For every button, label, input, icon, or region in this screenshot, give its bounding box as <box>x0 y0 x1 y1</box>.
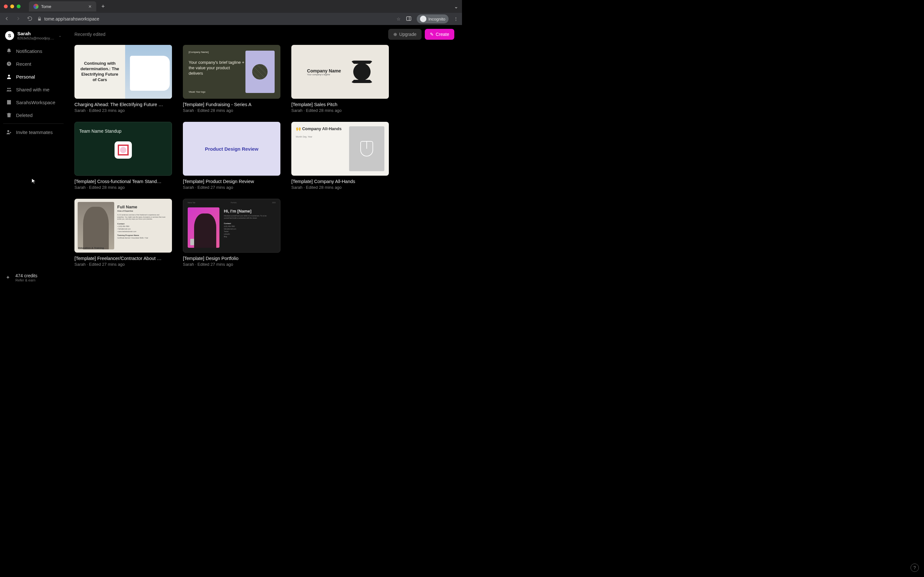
thumb-intro: Introduce yourself and your skills in 2-… <box>224 215 272 219</box>
browser-url-bar: tome.app/sarahsworkspace ☆ ◎ Incognito ⋮ <box>0 13 462 25</box>
thumb-visual-note: Visual: Your logo <box>189 91 246 93</box>
browser-menu-icon[interactable]: ⋮ <box>454 16 458 21</box>
maximize-window-button[interactable] <box>17 5 21 8</box>
close-window-button[interactable] <box>4 5 8 8</box>
tome-thumbnail: 🙌 Company All-Hands Month Day, Year <box>291 122 389 176</box>
tome-thumbnail: Full Name Area of Expertise A 2-3 senten… <box>74 199 172 253</box>
thumb-linkedin: LinkedIn <box>224 233 272 235</box>
section-title: Recently edited <box>74 32 105 37</box>
tome-title: [Template] Fundraising - Series A <box>183 102 280 107</box>
bookmark-icon[interactable]: ☆ <box>397 16 401 21</box>
thumb-twitter: Twitter <box>224 230 272 233</box>
tabs-dropdown-icon[interactable]: ⌄ <box>454 3 458 10</box>
tome-card[interactable]: Name TitlePortfolio2023 Hi, I'm [Name] I… <box>183 199 280 267</box>
tome-thumbnail: [Company Name] Your company's brief tagl… <box>183 45 280 99</box>
thumb-company: [Company Name] <box>189 51 246 53</box>
tome-title: [Template] Product Design Review <box>183 179 280 184</box>
incognito-badge[interactable]: ◎ Incognito <box>417 15 449 23</box>
svg-point-4 <box>7 88 9 89</box>
chevron-down-icon: ⌄ <box>58 33 61 38</box>
panel-icon[interactable] <box>406 16 412 23</box>
sidebar-item-label: SarahsWorkspace <box>16 100 55 105</box>
thumb-area: Area of Expertise <box>118 210 166 212</box>
thumb-name: Full Name <box>118 205 166 210</box>
svg-point-6 <box>7 130 9 132</box>
incognito-icon: ◎ <box>420 16 426 22</box>
create-icon: ✎ <box>430 32 434 37</box>
sidebar-item-label: Notifications <box>16 48 42 54</box>
thumb-tagline: Your company's tagline <box>307 73 341 76</box>
thumb-team-name: Team Name Standup <box>79 129 167 134</box>
back-button[interactable] <box>4 16 10 23</box>
thumb-body: A 2-3 sentence overview of the freelance… <box>118 214 166 220</box>
thumb-date: Month Day, Year <box>296 135 349 138</box>
building-icon <box>6 99 12 105</box>
thumb-email: • hello@email.com <box>118 228 166 230</box>
tome-title: [Template] Freelancer/Contractor About … <box>74 256 172 261</box>
user-menu[interactable]: S Sarah 8263e52a@moodjoy.c… ⌄ <box>3 29 63 42</box>
tome-thumbnail: Continuing with determination.: The Elec… <box>74 45 172 99</box>
tome-thumbnail: Name TitlePortfolio2023 Hi, I'm [Name] I… <box>183 199 280 253</box>
minimize-window-button[interactable] <box>10 5 14 8</box>
svg-point-3 <box>8 75 10 77</box>
sidebar-item-deleted[interactable]: Deleted <box>3 109 63 121</box>
tome-meta: Sarah · Edited 27 mins ago <box>74 262 172 267</box>
tome-thumbnail: Product Design Review <box>183 122 280 176</box>
main-content: Recently edited ⊕ Upgrade ✎ Create Conti… <box>67 25 462 288</box>
reload-button[interactable] <box>27 16 33 23</box>
close-tab-icon[interactable]: ✕ <box>88 4 92 9</box>
tome-title: [Template] Design Portfolio <box>183 256 280 261</box>
address-bar[interactable]: tome.app/sarahsworkspace <box>37 16 392 21</box>
browser-tab-bar: Tome ✕ + ⌄ <box>0 0 462 13</box>
thumb-phone: • (123) 456-7890 <box>118 226 166 227</box>
sidebar-item-recent[interactable]: Recent <box>3 57 63 70</box>
thumb-headline: Continuing with determination.: The Elec… <box>79 61 121 83</box>
tome-card[interactable]: [Company Name] Your company's brief tagl… <box>183 45 280 113</box>
logo-icon <box>115 141 132 159</box>
tome-favicon-icon <box>33 4 39 9</box>
thumb-title: Product Design Review <box>205 146 258 152</box>
tome-meta: Sarah · Edited 27 mins ago <box>183 262 280 267</box>
avatar: S <box>5 31 14 40</box>
sidebar-item-label: Personal <box>16 74 35 79</box>
upgrade-button[interactable]: ⊕ Upgrade <box>388 29 422 40</box>
clock-icon <box>6 61 12 67</box>
incognito-label: Incognito <box>428 17 445 21</box>
thumb-edu-heading: Education & Training <box>78 247 104 250</box>
tome-card[interactable]: Company Name Your company's tagline [Tem… <box>291 45 389 113</box>
sidebar-item-invite[interactable]: Invite teammates <box>3 126 63 139</box>
person-icon <box>6 73 12 80</box>
url-text: tome.app/sarahsworkspace <box>44 16 99 21</box>
sidebar: S Sarah 8263e52a@moodjoy.c… ⌄ Notificati… <box>0 25 67 288</box>
upgrade-icon: ⊕ <box>393 32 397 37</box>
create-button[interactable]: ✎ Create <box>425 29 454 40</box>
sidebar-item-shared[interactable]: Shared with me <box>3 83 63 96</box>
new-tab-button[interactable]: + <box>102 3 105 10</box>
credits-widget[interactable]: ✦ 474 credits Refer & earn <box>3 271 63 285</box>
sidebar-item-personal[interactable]: Personal <box>3 70 63 83</box>
sidebar-item-notifications[interactable]: Notifications <box>3 45 63 57</box>
tome-meta: Sarah · Edited 28 mins ago <box>183 108 280 113</box>
thumb-contact-heading: Contact <box>118 223 166 225</box>
sidebar-item-label: Recent <box>16 61 31 67</box>
tome-card[interactable]: Full Name Area of Expertise A 2-3 senten… <box>74 199 172 267</box>
tome-thumbnail: Company Name Your company's tagline <box>291 45 389 99</box>
thumb-contact-heading: Contact <box>224 222 272 224</box>
browser-tab[interactable]: Tome ✕ <box>29 1 96 11</box>
tome-card[interactable]: Team Name Standup [Template] Cross-funct… <box>74 122 172 190</box>
person-add-icon <box>6 129 12 135</box>
sidebar-item-workspace[interactable]: SarahsWorkspace <box>3 96 63 109</box>
circle-icon <box>252 64 268 79</box>
forward-button[interactable] <box>15 16 21 23</box>
tome-title: [Template] Sales Pitch <box>291 102 389 107</box>
window-controls <box>4 5 21 8</box>
create-label: Create <box>436 32 449 37</box>
tome-card[interactable]: Continuing with determination.: The Elec… <box>74 45 172 113</box>
sidebar-item-label: Invite teammates <box>16 129 53 135</box>
lock-icon <box>37 17 42 21</box>
tome-card[interactable]: Product Design Review [Template] Product… <box>183 122 280 190</box>
sidebar-item-label: Deleted <box>16 113 33 118</box>
sidebar-item-label: Shared with me <box>16 87 49 92</box>
tome-card[interactable]: 🙌 Company All-Hands Month Day, Year [Tem… <box>291 122 389 190</box>
svg-point-5 <box>9 88 11 89</box>
